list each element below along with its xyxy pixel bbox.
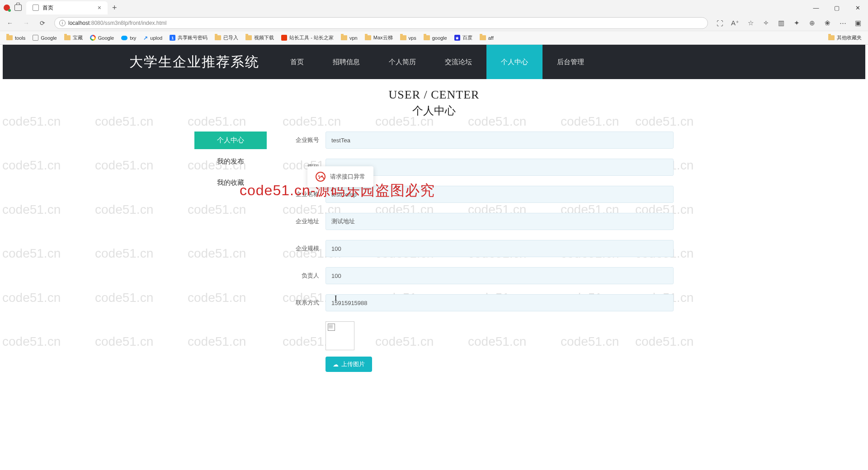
folder-icon (365, 35, 371, 40)
bookmark-item[interactable]: Max云梯 (362, 33, 396, 42)
tab-title: 首页 (42, 4, 53, 12)
txy-icon (121, 36, 127, 40)
collections-icon[interactable]: ✦ (789, 17, 804, 29)
close-tab-icon[interactable]: × (98, 4, 101, 11)
bookmark-item[interactable]: 1共享账号密码 (167, 33, 210, 42)
sidebar-item[interactable]: 我的发布 (194, 153, 267, 170)
folder-icon (341, 35, 347, 40)
field-label: 企业账号 (285, 136, 326, 144)
baidu-icon (454, 35, 460, 41)
cloud-upload-icon: ☁ (333, 361, 339, 368)
bookmark-item[interactable]: 已导入 (212, 33, 241, 42)
form-row: 企业名称 (285, 186, 674, 203)
profile-icon[interactable] (4, 5, 10, 11)
folder-icon (480, 35, 486, 40)
titlebar: 首页 × + — ▢ ✕ (0, 0, 868, 15)
address-row: ← → ⟳ i localhost:8080/ssm3n8lp/front/in… (0, 15, 868, 31)
sad-face-icon (316, 172, 326, 182)
section-title: USER / CENTER 个人中心 (0, 88, 868, 118)
zz-icon (281, 35, 287, 41)
new-tab-button[interactable]: + (108, 1, 122, 14)
address-bar[interactable]: i localhost:8080/ssm3n8lp/front/index.ht… (54, 17, 708, 29)
bookmark-item[interactable]: vpn (338, 33, 360, 42)
refresh-button[interactable]: ⟳ (35, 17, 50, 29)
sidebar-item[interactable]: 我的收藏 (194, 174, 267, 192)
browser-tab[interactable]: 首页 × (26, 1, 108, 14)
error-toast: 请求接口异常 (307, 166, 373, 187)
bookmark-item[interactable]: 百度 (452, 33, 475, 42)
form-row: 企业地址 (285, 213, 674, 230)
folder-icon (64, 35, 71, 40)
folder-icon (400, 35, 406, 40)
bookmark-item[interactable]: vps (397, 33, 419, 42)
forward-button[interactable]: → (19, 17, 33, 29)
field-input[interactable] (326, 186, 674, 203)
other-bookmarks[interactable]: 其他收藏夹 (826, 33, 864, 42)
form-row: 企业账号 (285, 132, 674, 149)
field-input[interactable] (326, 267, 674, 284)
downloads-icon[interactable]: ⊕ (805, 17, 819, 29)
folder-icon (828, 35, 835, 40)
page-icon (33, 35, 38, 41)
workspace-icon[interactable] (14, 5, 22, 11)
folder-icon (215, 35, 221, 40)
nav-item[interactable]: 个人中心 (486, 45, 542, 79)
shopping-icon[interactable]: ⛶ (712, 17, 727, 29)
minimize-button[interactable]: — (806, 0, 826, 15)
image-preview[interactable] (326, 321, 354, 350)
top-nav: 大学生企业推荐系统 首页招聘信息个人简历交流论坛个人中心后台管理 (3, 45, 865, 79)
nav-item[interactable]: 个人简历 (374, 45, 430, 79)
maximize-button[interactable]: ▢ (826, 0, 847, 15)
sidebar-icon[interactable]: ▥ (774, 17, 788, 29)
form-row: 联系方式 (285, 294, 674, 311)
url-host: localhost (68, 20, 90, 26)
field-input[interactable] (326, 213, 674, 230)
bookmark-item[interactable]: 宝藏 (61, 33, 85, 42)
section-title-cn: 个人中心 (0, 103, 868, 118)
field-label: 企业名称 (285, 190, 326, 198)
read-aloud-icon[interactable]: A⁺ (728, 17, 742, 29)
page-icon (33, 5, 39, 11)
bookmark-item[interactable]: tools (4, 33, 28, 42)
field-input[interactable] (326, 132, 674, 149)
nav-item[interactable]: 招聘信息 (318, 45, 374, 79)
field-label: 联系方式 (285, 299, 326, 307)
upload-image-button[interactable]: ☁ 上传图片 (326, 357, 372, 372)
field-input[interactable] (326, 294, 674, 311)
brand-title: 大学生企业推荐系统 (3, 53, 276, 71)
one-icon: 1 (170, 35, 175, 41)
bookmark-item[interactable]: 视频下载 (243, 33, 277, 42)
bookmark-item[interactable]: aff (477, 33, 496, 42)
browser-chrome: 首页 × + — ▢ ✕ ← → ⟳ i localhost:8080/ssm3… (0, 0, 868, 45)
nav-item[interactable]: 交流论坛 (430, 45, 486, 79)
bookmark-item[interactable]: txy (118, 33, 139, 42)
folder-icon (424, 35, 430, 40)
bookmark-item[interactable]: Google (30, 33, 59, 42)
field-label: 企业规模 (285, 244, 326, 253)
favorites-icon[interactable]: ☆ (743, 17, 758, 29)
folder-icon (245, 35, 252, 40)
close-window-button[interactable]: ✕ (847, 0, 868, 15)
bookmark-item[interactable]: ↗uplod (141, 33, 165, 42)
more-icon[interactable]: ⋯ (835, 17, 850, 29)
up-icon: ↗ (143, 35, 148, 41)
performance-icon[interactable]: ❀ (820, 17, 835, 29)
bookmark-item[interactable]: 站长工具 - 站长之家 (278, 33, 336, 42)
sidebar-item[interactable]: 个人中心 (194, 132, 267, 149)
bookmark-item[interactable]: Google (87, 33, 117, 42)
nav-item[interactable]: 首页 (276, 45, 318, 79)
site-info-icon[interactable]: i (59, 20, 66, 26)
form-row: 企业规模 (285, 240, 674, 257)
back-button[interactable]: ← (3, 17, 17, 29)
section-title-en: USER / CENTER (0, 88, 868, 102)
field-input[interactable] (326, 159, 674, 176)
bookmarks-bar: toolsGoogle宝藏Googletxy↗uplod1共享账号密码已导入视频… (0, 31, 868, 44)
form-row: 负责人 (285, 267, 674, 284)
extensions-icon[interactable]: ✧ (759, 17, 773, 29)
split-icon[interactable]: ▣ (851, 17, 865, 29)
field-input[interactable] (326, 240, 674, 257)
toast-message: 请求接口异常 (330, 173, 365, 181)
bookmark-item[interactable]: google (421, 33, 450, 42)
nav-item[interactable]: 后台管理 (542, 45, 599, 79)
sidebar: 个人中心我的发布我的收藏 (194, 132, 267, 372)
